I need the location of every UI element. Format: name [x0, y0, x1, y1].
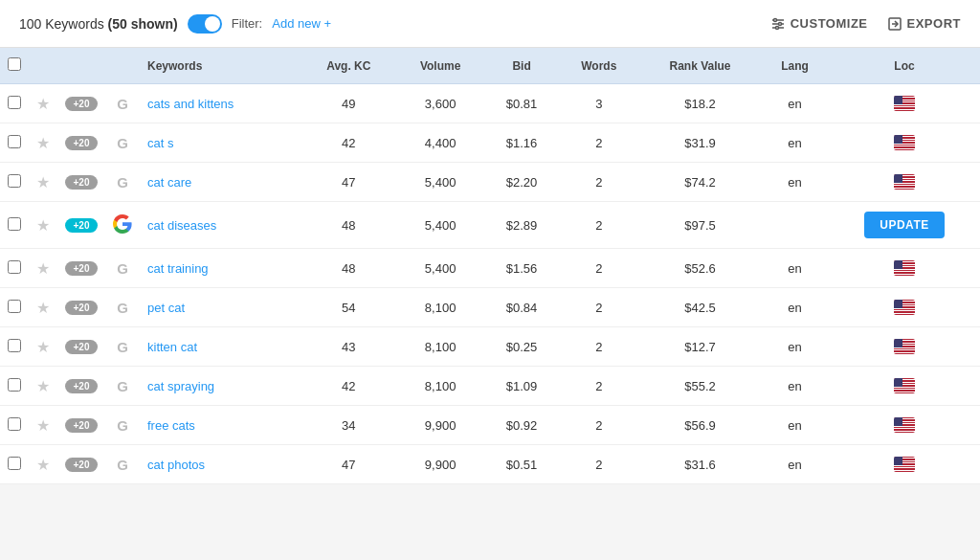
- row-plus-cell: +20: [57, 163, 105, 202]
- keyword-link[interactable]: cat diseases: [147, 218, 216, 233]
- keyword-link[interactable]: cat spraying: [147, 379, 214, 393]
- plus-badge[interactable]: +20: [65, 379, 98, 393]
- row-checkbox[interactable]: [8, 135, 21, 148]
- header-checkbox: [0, 48, 29, 84]
- row-bid: $1.09: [485, 367, 559, 406]
- row-star-cell[interactable]: ★: [29, 202, 57, 249]
- top-bar-left: 100 Keywords (50 shown) Filter: Add new …: [19, 14, 331, 34]
- row-volume: 8,100: [396, 367, 485, 406]
- row-checkbox[interactable]: [8, 174, 21, 188]
- google-gray-icon[interactable]: G: [113, 94, 132, 113]
- plus-badge[interactable]: +20: [65, 175, 98, 190]
- google-gray-icon[interactable]: G: [113, 258, 132, 278]
- customize-button[interactable]: CUSTOMIZE: [770, 16, 868, 32]
- plus-badge[interactable]: +20: [65, 218, 98, 233]
- row-star-cell[interactable]: ★: [29, 288, 57, 327]
- row-rankvalue: $56.9: [639, 406, 761, 445]
- google-color-icon[interactable]: [113, 214, 132, 234]
- row-keyword-cell: cats and kittens: [140, 84, 301, 123]
- plus-badge[interactable]: +20: [65, 418, 98, 433]
- row-star-cell[interactable]: ★: [29, 84, 57, 123]
- google-gray-icon[interactable]: G: [113, 337, 132, 356]
- table-body: ★ +20 G cats and kittens 49 3,600 $0.81 …: [0, 84, 980, 484]
- row-checkbox[interactable]: [8, 260, 21, 274]
- row-star-cell[interactable]: ★: [29, 123, 57, 163]
- row-checkbox-cell: [0, 163, 29, 202]
- header-bid: Bid: [485, 48, 559, 84]
- add-new-link[interactable]: Add new +: [272, 16, 331, 31]
- plus-badge[interactable]: +20: [65, 136, 98, 150]
- header-google: [105, 48, 140, 84]
- row-keyword-cell: cat spraying: [140, 367, 301, 406]
- row-star-cell[interactable]: ★: [29, 163, 57, 202]
- row-star-cell[interactable]: ★: [29, 406, 57, 445]
- google-gray-icon[interactable]: G: [113, 415, 132, 435]
- svg-point-3: [773, 18, 776, 21]
- star-icon[interactable]: ★: [36, 217, 50, 234]
- table-row: ★ +20 G free cats 34 9,900 $0.92 2 $56.9…: [0, 406, 980, 445]
- star-icon[interactable]: ★: [36, 417, 50, 434]
- table-row: ★ +20 G cat spraying 42 8,100 $1.09 2 $5…: [0, 367, 980, 406]
- google-gray-icon[interactable]: G: [113, 172, 132, 191]
- star-icon[interactable]: ★: [36, 378, 50, 394]
- keyword-link[interactable]: free cats: [147, 418, 195, 433]
- row-lang: en: [761, 123, 829, 163]
- star-icon[interactable]: ★: [36, 135, 50, 151]
- row-star-cell[interactable]: ★: [29, 445, 57, 484]
- row-checkbox[interactable]: [8, 300, 21, 313]
- row-checkbox[interactable]: [8, 457, 21, 470]
- row-words: 2: [559, 123, 639, 163]
- keyword-link[interactable]: pet cat: [147, 301, 185, 315]
- row-avgkc: 34: [301, 406, 396, 445]
- row-keyword-cell: cat s: [140, 123, 301, 163]
- keywords-table: Keywords Avg. KC Volume Bid Words Rank V…: [0, 48, 980, 484]
- keywords-table-container: Keywords Avg. KC Volume Bid Words Rank V…: [0, 48, 980, 484]
- plus-badge[interactable]: +20: [65, 340, 98, 354]
- row-star-cell[interactable]: ★: [29, 249, 57, 288]
- export-button[interactable]: EXPORT: [887, 16, 961, 32]
- star-icon[interactable]: ★: [36, 96, 50, 112]
- row-checkbox[interactable]: [8, 96, 21, 109]
- row-star-cell[interactable]: ★: [29, 367, 57, 406]
- row-checkbox[interactable]: [8, 378, 21, 392]
- update-button[interactable]: UPDATE: [864, 212, 944, 238]
- plus-badge[interactable]: +20: [65, 97, 98, 111]
- plus-badge[interactable]: +20: [65, 458, 98, 472]
- header-loc: Loc: [829, 48, 980, 84]
- header-star: [29, 48, 57, 84]
- header-volume: Volume: [396, 48, 485, 84]
- plus-badge[interactable]: +20: [65, 301, 98, 315]
- keyword-link[interactable]: cat care: [147, 175, 191, 190]
- keyword-link[interactable]: cat s: [147, 136, 173, 150]
- row-plus-cell: +20: [57, 123, 105, 163]
- keyword-link[interactable]: cat training: [147, 261, 209, 276]
- plus-badge[interactable]: +20: [65, 261, 98, 276]
- toggle-switch[interactable]: [188, 14, 222, 34]
- row-checkbox[interactable]: [8, 217, 21, 231]
- keyword-link[interactable]: kitten cat: [147, 340, 197, 354]
- select-all-checkbox[interactable]: [8, 57, 21, 71]
- google-gray-icon[interactable]: G: [113, 298, 132, 317]
- star-icon[interactable]: ★: [36, 300, 50, 316]
- header-keywords: Keywords: [140, 48, 301, 84]
- google-gray-icon[interactable]: G: [113, 455, 132, 474]
- star-icon[interactable]: ★: [36, 457, 50, 473]
- keyword-link[interactable]: cat photos: [147, 458, 205, 472]
- star-icon[interactable]: ★: [36, 174, 50, 190]
- row-checkbox[interactable]: [8, 417, 21, 431]
- row-star-cell[interactable]: ★: [29, 327, 57, 367]
- google-gray-icon[interactable]: G: [113, 376, 132, 395]
- row-avgkc: 42: [301, 367, 396, 406]
- row-lang: en: [761, 406, 829, 445]
- row-volume: 9,900: [396, 406, 485, 445]
- row-rankvalue: $18.2: [639, 84, 761, 123]
- row-keyword-cell: pet cat: [140, 288, 301, 327]
- star-icon[interactable]: ★: [36, 339, 50, 355]
- row-checkbox[interactable]: [8, 339, 21, 352]
- row-rankvalue: $97.5: [639, 202, 761, 249]
- google-gray-icon[interactable]: G: [113, 133, 132, 152]
- row-rankvalue: $52.6: [639, 249, 761, 288]
- keyword-link[interactable]: cats and kittens: [147, 97, 234, 111]
- star-icon[interactable]: ★: [36, 260, 50, 277]
- flag-us: [894, 300, 915, 315]
